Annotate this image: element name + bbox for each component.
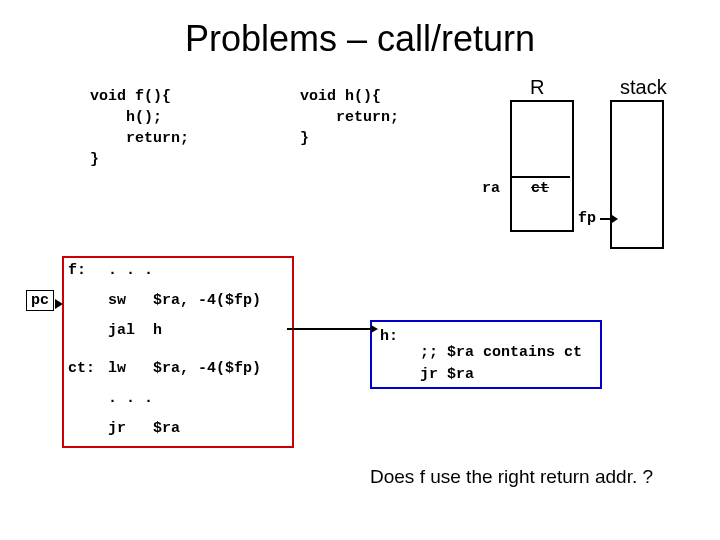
- f-label: f:: [68, 262, 86, 279]
- ct-label: ct:: [68, 360, 95, 377]
- ra-label: ra: [482, 180, 500, 197]
- f-asm-dots: . . .: [108, 262, 153, 279]
- f-asm-sw: sw $ra, -4($fp): [108, 292, 261, 309]
- register-file-box: [510, 100, 574, 232]
- h-signature: void h(){: [300, 86, 399, 107]
- c-code-f: void f(){ h(); return; }: [90, 86, 189, 170]
- pc-pointer: pc: [26, 290, 54, 311]
- f-close: }: [90, 149, 189, 170]
- stack-box: [610, 100, 664, 249]
- f-signature: void f(){: [90, 86, 189, 107]
- h-label: h:: [380, 328, 398, 345]
- pc-arrow-icon: [55, 299, 63, 309]
- f-call-h: h();: [90, 107, 189, 128]
- jal-arrow-icon: [287, 328, 371, 330]
- f-asm-jal: jal h: [108, 322, 162, 339]
- registers-label: R: [530, 76, 544, 99]
- h-close: }: [300, 128, 399, 149]
- f-return: return;: [90, 128, 189, 149]
- h-asm-comment: ;; $ra contains ct: [420, 344, 582, 361]
- ct-asm-lw: lw $ra, -4($fp): [108, 360, 261, 377]
- c-code-h: void h(){ return; }: [300, 86, 399, 149]
- fp-arrow-icon: [600, 218, 612, 220]
- ra-value: ct: [516, 180, 564, 197]
- ra-cell-divider: [510, 176, 570, 178]
- slide-title: Problems – call/return: [0, 18, 720, 60]
- ct-asm-dots: . . .: [108, 390, 153, 407]
- fp-label: fp: [578, 210, 596, 227]
- h-asm-jr: jr $ra: [420, 366, 474, 383]
- ct-asm-jr: jr $ra: [108, 420, 180, 437]
- question-text: Does f use the right return addr. ?: [370, 466, 680, 489]
- h-return: return;: [300, 107, 399, 128]
- stack-label: stack: [620, 76, 667, 99]
